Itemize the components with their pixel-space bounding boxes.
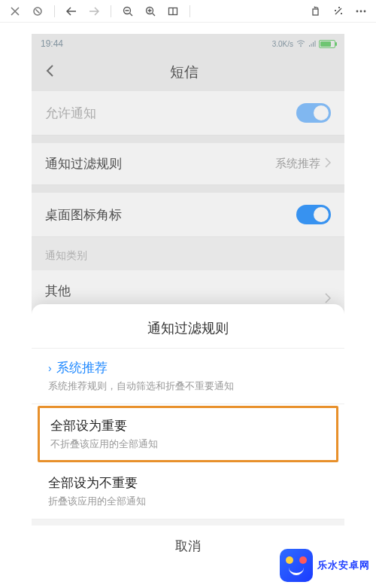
option-title: 系统推荐	[56, 361, 108, 375]
nav-back-icon[interactable]	[62, 2, 80, 20]
toolbar-separator	[190, 5, 190, 17]
option-title: 全部设为重要	[50, 417, 326, 434]
svg-point-5	[356, 10, 359, 12]
filter-rule-sheet: 通知过滤规则 ›系统推荐 系统推荐规则，自动筛选和折叠不重要通知 全部设为重要 …	[32, 304, 344, 576]
toolbar-separator	[111, 5, 111, 17]
toolbar-separator	[54, 5, 55, 17]
nav-forward-icon[interactable]	[85, 2, 103, 20]
option-desc: 系统推荐规则，自动筛选和折叠不重要通知	[48, 379, 328, 393]
stop-icon[interactable]	[29, 2, 47, 20]
sheet-title: 通知过滤规则	[32, 304, 344, 349]
option-desc: 折叠该应用的全部通知	[48, 495, 328, 508]
phone-screenshot: 19:44 3.0K/s 短信 允许通知 通知过滤规则 系统推荐 桌面图标角标	[32, 34, 344, 576]
viewer-toolbar	[0, 0, 376, 23]
watermark: 乐水安卓网	[280, 549, 370, 582]
svg-rect-4	[313, 9, 318, 15]
sheet-option-all-unimportant[interactable]: 全部设为不重要 折叠该应用的全部通知	[32, 464, 344, 519]
watermark-text: 乐水安卓网	[317, 559, 370, 572]
fit-width-icon[interactable]	[164, 2, 182, 20]
close-icon[interactable]	[6, 2, 24, 20]
svg-point-6	[360, 10, 362, 12]
sheet-option-all-important[interactable]: 全部设为重要 不折叠该应用的全部通知	[38, 406, 338, 462]
magic-icon[interactable]	[329, 2, 347, 20]
svg-point-7	[364, 10, 366, 12]
option-desc: 不折叠该应用的全部通知	[50, 437, 326, 451]
zoom-in-icon[interactable]	[141, 2, 159, 20]
sheet-option-system[interactable]: ›系统推荐 系统推荐规则，自动筛选和折叠不重要通知	[32, 349, 344, 404]
chevron-right-icon: ›	[48, 362, 52, 374]
more-icon[interactable]	[352, 2, 370, 20]
option-title: 全部设为不重要	[48, 474, 328, 492]
rotate-icon[interactable]	[307, 2, 325, 20]
zoom-out-icon[interactable]	[119, 2, 137, 20]
watermark-logo-icon	[280, 549, 313, 582]
